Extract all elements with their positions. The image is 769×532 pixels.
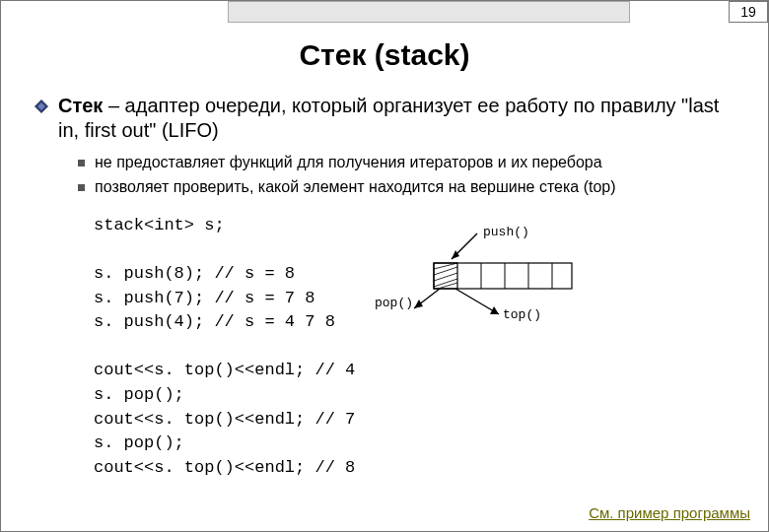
diamond-bullet-icon xyxy=(35,100,48,113)
svg-rect-3 xyxy=(434,263,457,289)
code-block: stack<int> s; s. push(8); // s = 8 s. pu… xyxy=(94,214,355,481)
bullet-level1: Стек – адаптер очереди, который организу… xyxy=(35,94,734,143)
code-and-diagram: stack<int> s; s. push(8); // s = 8 s. pu… xyxy=(94,214,734,481)
example-program-link[interactable]: См. пример программы xyxy=(589,504,750,521)
slide-body: Стек – адаптер очереди, который организу… xyxy=(1,72,768,481)
pop-arrow-icon xyxy=(414,289,440,308)
bullet-lead-term: Стек xyxy=(58,95,103,116)
stack-top-cell xyxy=(434,263,457,289)
bullet-rest-text: – адаптер очереди, который организует ее… xyxy=(58,95,719,141)
pop-label: pop() xyxy=(375,296,413,310)
square-bullet-icon xyxy=(78,160,85,166)
title-placeholder-bar xyxy=(228,1,630,23)
slide: 19 Стек (stack) Стек – адаптер очереди, … xyxy=(0,0,769,532)
top-label: top() xyxy=(503,307,541,322)
topbar: 19 xyxy=(1,1,768,23)
svg-line-8 xyxy=(438,283,457,289)
top-arrow-icon xyxy=(455,289,499,314)
push-label: push() xyxy=(483,225,529,239)
svg-marker-16 xyxy=(414,299,423,308)
push-arrow-icon xyxy=(452,233,477,259)
bullet-level1-text: Стек – адаптер очереди, который организу… xyxy=(58,94,734,143)
square-bullet-icon xyxy=(78,184,85,191)
svg-rect-2 xyxy=(434,263,572,289)
bullet-level2: позволяет проверить, какой элемент наход… xyxy=(78,177,734,198)
sub-bullets: не предоставляет функций для получения и… xyxy=(78,153,734,198)
bullet-level2: не предоставляет функций для получения и… xyxy=(78,153,734,173)
slide-title: Стек (stack) xyxy=(1,38,768,72)
page-number: 19 xyxy=(729,1,768,23)
sub-bullet-text: позволяет проверить, какой элемент наход… xyxy=(95,177,616,198)
stack-diagram: push() pop() top() xyxy=(375,224,592,332)
sub-bullet-text: не предоставляет функций для получения и… xyxy=(95,153,602,173)
